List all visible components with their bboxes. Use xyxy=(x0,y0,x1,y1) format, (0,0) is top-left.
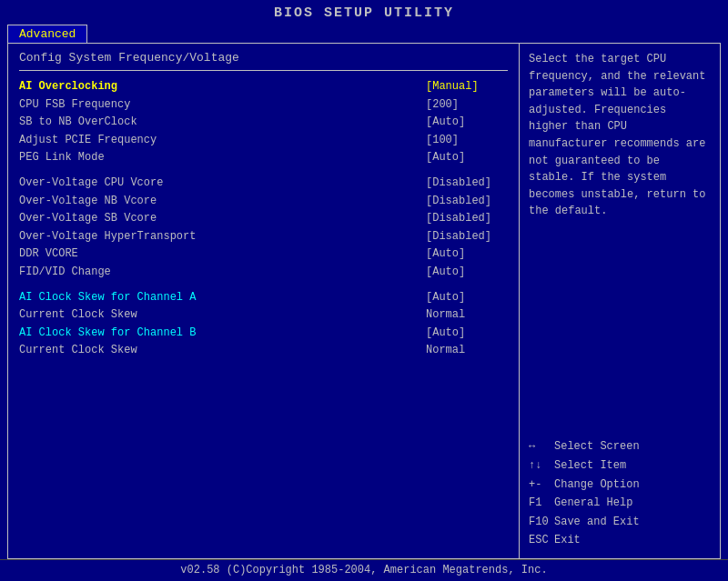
key-desc: General Help xyxy=(554,495,632,512)
config-value: [Auto] xyxy=(426,114,508,131)
config-label: Over-Voltage NB Vcore xyxy=(19,193,157,210)
config-value: [Disabled] xyxy=(426,210,508,227)
config-row: AI Clock Skew for Channel A[Auto] xyxy=(19,289,508,306)
key-desc: Select Screen xyxy=(554,438,640,456)
config-row: Over-Voltage SB Vcore[Disabled] xyxy=(19,210,508,227)
config-row: DDR VCORE[Auto] xyxy=(19,245,508,263)
key-desc: Change Option xyxy=(554,476,640,494)
tab-advanced[interactable]: Advanced xyxy=(7,25,87,43)
key-symbol: F10 xyxy=(529,514,554,531)
key-desc: Exit xyxy=(554,532,581,549)
config-row: AI Overclocking[Manual] xyxy=(19,78,508,95)
config-label: Current Clock Skew xyxy=(19,342,137,359)
config-label: DDR VCORE xyxy=(19,245,78,263)
config-value: [Manual] xyxy=(426,78,508,95)
key-help: ↔Select Screen↑↓Select Item+-Change Opti… xyxy=(529,438,711,551)
key-desc: Select Item xyxy=(554,457,626,475)
config-value: [100] xyxy=(426,132,508,149)
config-value: [Disabled] xyxy=(426,193,508,210)
key-help-row: F10Save and Exit xyxy=(529,514,711,531)
key-symbol: +- xyxy=(529,476,554,494)
key-desc: Save and Exit xyxy=(554,514,640,531)
config-label: PEG Link Mode xyxy=(19,149,105,166)
config-label: Adjust PCIE Frequency xyxy=(19,132,157,149)
config-value: [Auto] xyxy=(426,245,508,263)
key-help-row: F1General Help xyxy=(529,495,711,512)
tab-bar: Advanced xyxy=(0,25,728,43)
left-panel: Config System Frequency/Voltage AI Overc… xyxy=(8,44,520,558)
config-value: Normal xyxy=(426,342,508,359)
config-row: Adjust PCIE Frequency[100] xyxy=(19,132,508,149)
config-value: [Disabled] xyxy=(426,175,508,192)
config-label: FID/VID Change xyxy=(19,264,111,281)
key-symbol: ↑↓ xyxy=(529,457,554,475)
key-help-row: +-Change Option xyxy=(529,476,711,494)
main-content: Config System Frequency/Voltage AI Overc… xyxy=(7,43,721,559)
config-row: Over-Voltage CPU Vcore[Disabled] xyxy=(19,175,508,192)
key-help-row: ↔Select Screen xyxy=(529,438,711,456)
config-row: Current Clock SkewNormal xyxy=(19,342,508,359)
config-value: [Disabled] xyxy=(426,228,508,245)
config-value: [Auto] xyxy=(426,149,508,166)
config-value: [200] xyxy=(426,96,508,114)
config-row: FID/VID Change[Auto] xyxy=(19,264,508,281)
right-panel: Select the target CPU frequency, and the… xyxy=(520,44,720,558)
footer: v02.58 (C)Copyright 1985-2004, American … xyxy=(0,559,728,581)
config-label: CPU FSB Frequency xyxy=(19,96,130,114)
config-list: AI Overclocking[Manual]CPU FSB Frequency… xyxy=(19,78,508,359)
config-value: [Auto] xyxy=(426,325,508,342)
config-label: Over-Voltage HyperTransport xyxy=(19,228,196,245)
config-value: [Auto] xyxy=(426,289,508,306)
bios-title: BIOS SETUP UTILITY xyxy=(0,0,728,25)
key-symbol: ↔ xyxy=(529,438,554,456)
config-row: AI Clock Skew for Channel B[Auto] xyxy=(19,325,508,342)
config-row: CPU FSB Frequency[200] xyxy=(19,96,508,114)
config-label: Over-Voltage CPU Vcore xyxy=(19,175,163,192)
help-text: Select the target CPU frequency, and the… xyxy=(529,51,711,427)
config-label: Current Clock Skew xyxy=(19,306,137,324)
config-row: PEG Link Mode[Auto] xyxy=(19,149,508,166)
config-label: SB to NB OverClock xyxy=(19,114,137,131)
key-symbol: ESC xyxy=(529,532,554,549)
config-label: AI Clock Skew for Channel B xyxy=(19,325,196,342)
config-label: AI Clock Skew for Channel A xyxy=(19,289,196,306)
spacer xyxy=(19,282,508,289)
config-value: [Auto] xyxy=(426,264,508,281)
section-title: Config System Frequency/Voltage xyxy=(19,51,508,71)
key-symbol: F1 xyxy=(529,495,554,512)
config-row: SB to NB OverClock[Auto] xyxy=(19,114,508,131)
config-row: Over-Voltage HyperTransport[Disabled] xyxy=(19,228,508,245)
config-row: Over-Voltage NB Vcore[Disabled] xyxy=(19,193,508,210)
config-row: Current Clock SkewNormal xyxy=(19,306,508,324)
key-help-row: ESCExit xyxy=(529,532,711,549)
config-label: AI Overclocking xyxy=(19,78,117,95)
key-help-row: ↑↓Select Item xyxy=(529,457,711,475)
spacer xyxy=(19,167,508,175)
config-value: Normal xyxy=(426,306,508,324)
config-label: Over-Voltage SB Vcore xyxy=(19,210,157,227)
